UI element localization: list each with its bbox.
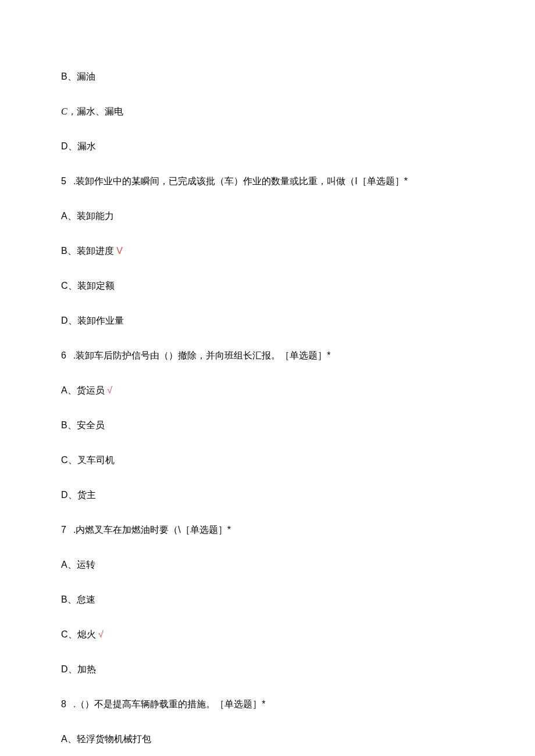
option-prefix: D、 xyxy=(61,316,77,325)
correct-mark-icon: √ xyxy=(98,629,104,639)
option-line: D、装卸作业量 xyxy=(61,314,474,328)
option-prefix: B、 xyxy=(61,71,77,81)
option-text: 装卸作业量 xyxy=(77,316,124,325)
option-text: 熄火 xyxy=(77,629,96,639)
question-number: 7 xyxy=(61,523,66,537)
option-line: C，漏水、漏电 xyxy=(61,105,474,119)
question-number: 5 xyxy=(61,174,66,188)
option-prefix: D、 xyxy=(61,141,77,151)
correct-mark-icon: V xyxy=(116,246,123,256)
option-text: 轻浮货物机械打包 xyxy=(77,734,151,744)
option-line: B、装卸进度 V xyxy=(61,244,474,258)
option-text: 漏水 xyxy=(77,141,96,151)
option-text: 漏水、漏电 xyxy=(77,106,123,116)
question-text: .内燃叉车在加燃油时要（\［单选题］* xyxy=(73,525,231,535)
option-prefix: C、 xyxy=(61,455,77,465)
option-text: 叉车司机 xyxy=(77,455,115,465)
option-line: D、货主 xyxy=(61,488,474,502)
question-line: 8.（）不是提高车辆静载重的措施。［单选题］* xyxy=(61,697,474,711)
question-text: .装卸车后防护信号由（）撤除，并向班组长汇报。［单选题］* xyxy=(73,350,331,360)
option-line: C、叉车司机 xyxy=(61,453,474,467)
option-line: D、漏水 xyxy=(61,139,474,153)
option-text: 货运员 xyxy=(77,385,105,395)
option-line: A、装卸能力 xyxy=(61,209,474,223)
option-prefix: A、 xyxy=(61,734,77,744)
correct-mark-icon: √ xyxy=(107,385,112,395)
option-text: 装卸能力 xyxy=(77,211,114,221)
option-prefix: A、 xyxy=(61,385,77,395)
option-text: 怠速 xyxy=(77,594,95,604)
question-line: 7.内燃叉车在加燃油时要（\［单选题］* xyxy=(61,523,474,537)
option-prefix: C， xyxy=(61,106,77,116)
question-number: 8 xyxy=(61,697,66,711)
option-text: 装卸定额 xyxy=(77,281,115,291)
option-line: B、安全员 xyxy=(61,418,474,432)
option-line: D、加热 xyxy=(61,662,474,676)
option-text: 装卸进度 xyxy=(77,246,114,256)
option-prefix: C、 xyxy=(61,281,77,291)
option-line: C、装卸定额 xyxy=(61,279,474,293)
question-text: .装卸作业中的某瞬间，已完成该批（车）作业的数量或比重，叫做（I［单选题］* xyxy=(73,176,408,186)
question-number: 6 xyxy=(61,349,66,363)
option-text: 安全员 xyxy=(77,420,105,430)
option-line: A、轻浮货物机械打包 xyxy=(61,732,474,746)
option-text: 运转 xyxy=(77,560,95,569)
option-prefix: A、 xyxy=(61,560,77,569)
option-prefix: B、 xyxy=(61,594,77,604)
option-prefix: D、 xyxy=(61,490,77,500)
option-text: 货主 xyxy=(77,490,96,500)
option-line: A、货运员 √ xyxy=(61,384,474,397)
option-line: C、熄火 √ xyxy=(61,628,474,642)
option-prefix: D、 xyxy=(61,664,77,674)
option-line: B、漏油 xyxy=(61,70,474,84)
question-line: 6.装卸车后防护信号由（）撤除，并向班组长汇报。［单选题］* xyxy=(61,349,474,363)
question-line: 5.装卸作业中的某瞬间，已完成该批（车）作业的数量或比重，叫做（I［单选题］* xyxy=(61,174,474,188)
option-line: B、怠速 xyxy=(61,593,474,607)
option-prefix: A、 xyxy=(61,211,77,221)
option-prefix: B、 xyxy=(61,420,77,430)
option-text: 加热 xyxy=(77,664,96,674)
question-text: .（）不是提高车辆静载重的措施。［单选题］* xyxy=(73,699,266,709)
option-prefix: B、 xyxy=(61,246,77,256)
option-line: A、运转 xyxy=(61,558,474,572)
option-prefix: C、 xyxy=(61,629,77,639)
option-text: 漏油 xyxy=(77,71,95,81)
